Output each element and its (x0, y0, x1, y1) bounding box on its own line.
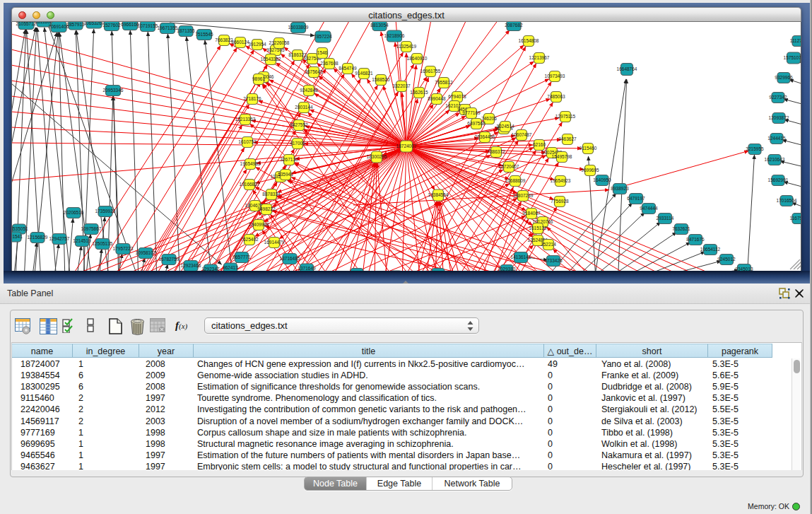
svg-text:8454749: 8454749 (339, 66, 357, 71)
svg-text:6497568: 6497568 (467, 121, 486, 126)
svg-text:19654983: 19654983 (240, 161, 261, 166)
svg-text:16782759: 16782759 (159, 257, 180, 262)
svg-text:8938923: 8938923 (611, 186, 629, 191)
svg-text:10719155: 10719155 (138, 23, 158, 28)
svg-text:9345013: 9345013 (735, 267, 753, 271)
svg-text:19384554: 19384554 (428, 192, 449, 197)
svg-text:10654112: 10654112 (700, 247, 721, 252)
svg-text:19654923: 19654923 (551, 178, 571, 183)
svg-text:20206516: 20206516 (64, 210, 84, 215)
svg-text:727264: 727264 (430, 270, 446, 271)
svg-text:1362615: 1362615 (410, 90, 428, 95)
svg-text:10653267: 10653267 (84, 22, 105, 25)
svg-text:10975867: 10975867 (81, 226, 102, 231)
svg-text:9777169: 9777169 (462, 110, 481, 115)
svg-text:535941: 535941 (278, 172, 293, 177)
svg-text:1024514: 1024514 (496, 124, 514, 129)
svg-text:9245012: 9245012 (717, 257, 736, 262)
svg-text:9242848: 9242848 (300, 88, 318, 93)
svg-text:11325419: 11325419 (396, 44, 417, 49)
svg-text:8813054: 8813054 (370, 23, 389, 28)
svg-text:7625402: 7625402 (240, 237, 259, 242)
svg-text:1588520: 1588520 (372, 77, 390, 82)
svg-text:12213967: 12213967 (529, 55, 550, 60)
svg-text:2933114: 2933114 (657, 216, 674, 221)
svg-text:9463627: 9463627 (558, 136, 577, 141)
svg-text:19166827: 19166827 (240, 182, 260, 187)
svg-text:7756928: 7756928 (551, 199, 569, 204)
svg-text:17359928: 17359928 (95, 209, 116, 214)
svg-text:8878334: 8878334 (262, 192, 281, 197)
svg-text:9498222: 9498222 (257, 206, 276, 211)
svg-text:7857224: 7857224 (314, 34, 332, 39)
svg-text:9474444: 9474444 (640, 206, 658, 211)
svg-text:917264: 917264 (349, 270, 365, 271)
svg-text:9329966: 9329966 (775, 75, 793, 80)
svg-text:12156829: 12156829 (28, 235, 48, 240)
svg-text:391541: 391541 (11, 234, 23, 239)
svg-text:19409948: 19409948 (249, 222, 269, 227)
svg-text:10958107: 10958107 (136, 250, 156, 255)
svg-text:13716485: 13716485 (280, 256, 300, 261)
svg-text:16033809: 16033809 (288, 25, 309, 30)
svg-text:15751074: 15751074 (784, 55, 801, 60)
svg-text:12505135: 12505135 (93, 241, 113, 246)
svg-text:1112744: 1112744 (790, 38, 801, 43)
svg-text:1615132: 1615132 (529, 226, 547, 230)
svg-text:18640910: 18640910 (407, 56, 428, 61)
svg-text:15692991: 15692991 (768, 177, 789, 182)
svg-text:7663822: 7663822 (215, 37, 233, 42)
svg-text:9184067: 9184067 (522, 211, 541, 216)
svg-text:1214519: 1214519 (73, 238, 91, 243)
svg-text:18807249: 18807249 (513, 193, 534, 198)
svg-text:1640950: 1640950 (593, 177, 611, 182)
svg-text:9115460: 9115460 (579, 146, 597, 151)
svg-text:6479197: 6479197 (627, 196, 645, 201)
svg-text:252214: 252214 (541, 242, 556, 247)
svg-text:12093872: 12093872 (769, 115, 789, 120)
svg-text:1610753: 1610753 (238, 139, 257, 144)
svg-text:15720407: 15720407 (499, 164, 519, 169)
svg-text:9227342: 9227342 (769, 95, 787, 100)
svg-text:6966160: 6966160 (121, 22, 139, 27)
svg-text:1857913: 1857913 (66, 22, 85, 27)
svg-text:21055712: 21055712 (16, 22, 37, 26)
svg-text:2367608: 2367608 (320, 61, 339, 66)
svg-text:2718176: 2718176 (243, 96, 261, 101)
svg-text:3675645: 3675645 (305, 69, 323, 74)
svg-text:16154808: 16154808 (519, 38, 539, 43)
svg-text:9146821: 9146821 (355, 71, 373, 76)
svg-text:16648764: 16648764 (617, 66, 637, 71)
svg-text:15495798: 15495798 (552, 154, 572, 159)
svg-text:8990448: 8990448 (428, 96, 446, 101)
svg-text:1871355: 1871355 (177, 28, 195, 33)
svg-text:8660124: 8660124 (231, 40, 249, 45)
svg-text:962413: 962413 (223, 265, 238, 270)
svg-text:7515545: 7515545 (195, 32, 213, 37)
svg-text:17957223: 17957223 (113, 246, 134, 251)
svg-text:3215955: 3215955 (746, 146, 764, 151)
svg-text:16961755: 16961755 (420, 69, 441, 74)
svg-text:16210643: 16210643 (765, 157, 785, 162)
svg-text:3267130: 3267130 (280, 157, 298, 162)
svg-text:1292347: 1292347 (201, 267, 220, 271)
svg-text:10688609: 10688609 (505, 178, 526, 183)
svg-text:18724007: 18724007 (396, 144, 417, 148)
svg-text:16914479: 16914479 (264, 240, 285, 245)
svg-text:2803144: 2803144 (295, 105, 313, 110)
svg-text:1546: 1546 (317, 50, 328, 55)
svg-text:8471676: 8471676 (686, 237, 705, 242)
svg-text:16543382: 16543382 (261, 57, 281, 62)
svg-text:9657771: 9657771 (233, 255, 251, 259)
svg-text:10973493: 10973493 (545, 74, 565, 78)
svg-text:10607487: 10607487 (512, 132, 532, 137)
svg-text:23226058: 23226058 (269, 40, 290, 45)
svg-text:8427552: 8427552 (290, 122, 308, 127)
svg-text:6794078: 6794078 (448, 94, 466, 99)
svg-text:1167534: 1167534 (790, 216, 801, 221)
svg-text:19218906: 19218906 (384, 33, 405, 38)
svg-text:3912954: 3912954 (248, 42, 266, 47)
svg-text:1029383: 1029383 (498, 267, 516, 271)
svg-text:18300295: 18300295 (367, 154, 387, 159)
svg-text:9699695: 9699695 (581, 168, 599, 173)
